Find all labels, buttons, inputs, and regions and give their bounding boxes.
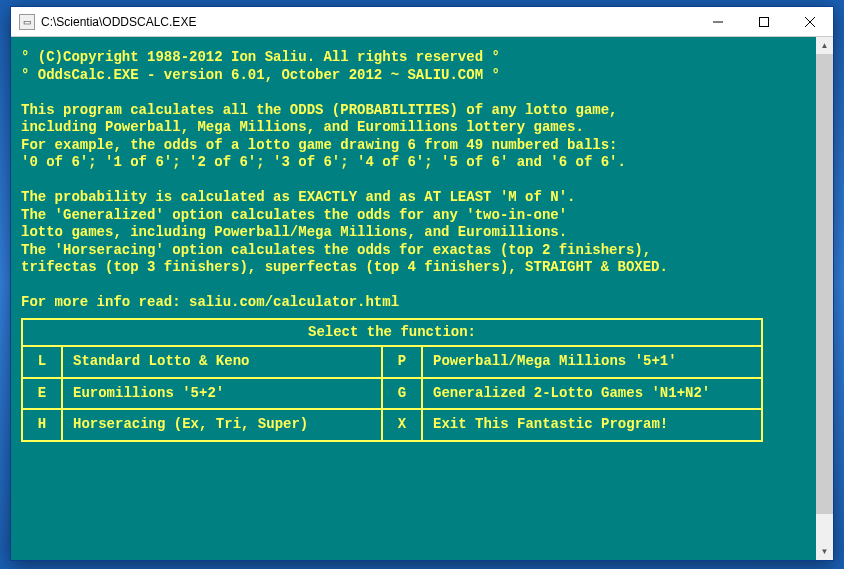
body-p2-l1: The probability is calculated as EXACTLY… — [21, 189, 576, 205]
vertical-scrollbar[interactable]: ▲ ▼ — [816, 37, 833, 560]
maximize-button[interactable] — [741, 7, 787, 37]
close-icon — [805, 17, 815, 27]
console-area: ° (C)Copyright 1988-2012 Ion Saliu. All … — [11, 37, 833, 560]
menu-desc-x[interactable]: Exit This Fantastic Program! — [422, 409, 762, 441]
body-p1-l2: including Powerball, Mega Millions, and … — [21, 119, 584, 135]
more-info-line: For more info read: saliu.com/calculator… — [21, 294, 399, 310]
menu-desc-h[interactable]: Horseracing (Ex, Tri, Super) — [62, 409, 382, 441]
body-p2-l4: The 'Horseracing' option calculates the … — [21, 242, 651, 258]
header-line-2: ° OddsCalc.EXE - version 6.01, October 2… — [21, 67, 500, 83]
function-menu: Select the function: L Standard Lotto & … — [21, 318, 763, 442]
menu-title: Select the function: — [22, 319, 762, 347]
minimize-icon — [713, 17, 723, 27]
close-button[interactable] — [787, 7, 833, 37]
menu-desc-e[interactable]: Euromillions '5+2' — [62, 378, 382, 410]
application-window: ▭ C:\Scientia\ODDSCALC.EXE ° (C)Copyrigh… — [10, 6, 834, 561]
chevron-down-icon: ▼ — [821, 547, 829, 556]
body-p2-l2: The 'Generalized' option calculates the … — [21, 207, 567, 223]
menu-desc-g[interactable]: Generalized 2-Lotto Games 'N1+N2' — [422, 378, 762, 410]
svg-rect-1 — [760, 17, 769, 26]
maximize-icon — [759, 17, 769, 27]
app-icon: ▭ — [19, 14, 35, 30]
console-output: ° (C)Copyright 1988-2012 Ion Saliu. All … — [11, 37, 816, 560]
body-p2-l3: lotto games, including Powerball/Mega Mi… — [21, 224, 567, 240]
body-p2-l5: trifectas (top 3 finishers), superfectas… — [21, 259, 668, 275]
menu-key-p[interactable]: P — [382, 346, 422, 378]
scroll-up-button[interactable]: ▲ — [816, 37, 833, 54]
minimize-button[interactable] — [695, 7, 741, 37]
menu-desc-l[interactable]: Standard Lotto & Keno — [62, 346, 382, 378]
menu-key-h[interactable]: H — [22, 409, 62, 441]
menu-key-x[interactable]: X — [382, 409, 422, 441]
body-p1-l4: '0 of 6'; '1 of 6'; '2 of 6'; '3 of 6'; … — [21, 154, 626, 170]
titlebar[interactable]: ▭ C:\Scientia\ODDSCALC.EXE — [11, 7, 833, 37]
menu-desc-p[interactable]: Powerball/Mega Millions '5+1' — [422, 346, 762, 378]
chevron-up-icon: ▲ — [821, 41, 829, 50]
body-p1-l3: For example, the odds of a lotto game dr… — [21, 137, 618, 153]
scrollbar-thumb[interactable] — [816, 54, 833, 514]
body-p1-l1: This program calculates all the ODDS (PR… — [21, 102, 618, 118]
menu-key-l[interactable]: L — [22, 346, 62, 378]
window-title: C:\Scientia\ODDSCALC.EXE — [41, 15, 695, 29]
scroll-down-button[interactable]: ▼ — [816, 543, 833, 560]
menu-key-e[interactable]: E — [22, 378, 62, 410]
menu-key-g[interactable]: G — [382, 378, 422, 410]
scrollbar-track[interactable] — [816, 54, 833, 543]
header-line-1: ° (C)Copyright 1988-2012 Ion Saliu. All … — [21, 49, 500, 65]
